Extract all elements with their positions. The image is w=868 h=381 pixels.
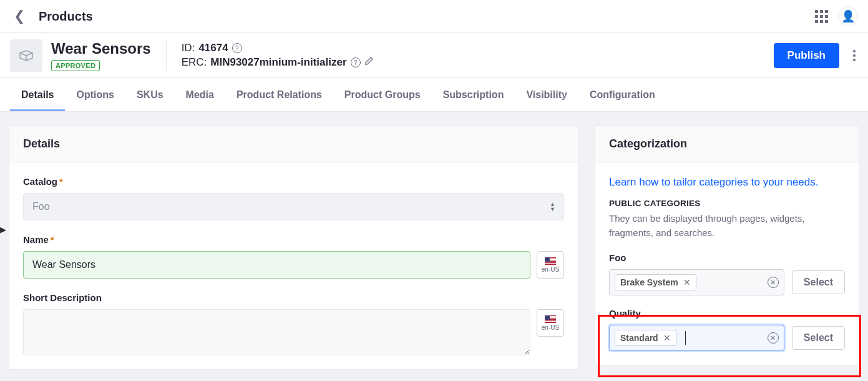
box-icon <box>19 49 34 62</box>
lang-code: en-US <box>542 266 559 273</box>
name-label-text: Name <box>23 234 49 245</box>
id-value: 41674 <box>198 42 228 54</box>
tabs: Details Options SKUs Media Product Relat… <box>0 78 868 112</box>
tab-details[interactable]: Details <box>10 79 65 111</box>
catalog-value: Foo <box>23 193 564 220</box>
details-body: Catalog * Foo ▲▼ Name * en-US <box>9 162 578 369</box>
public-categories-label: PUBLIC CATEGORIES <box>609 199 845 208</box>
tab-visibility[interactable]: Visibility <box>515 79 578 111</box>
catalog-label-text: Catalog <box>23 176 57 187</box>
select-button-quality[interactable]: Select <box>792 326 845 350</box>
tab-skus[interactable]: SKUs <box>125 79 175 111</box>
select-button-foo[interactable]: Select <box>792 270 845 294</box>
avatar[interactable]: 👤 <box>838 6 858 26</box>
vocab-foo-tags[interactable]: Brake System ✕ ✕ <box>609 269 784 295</box>
back-arrow-icon[interactable]: ❮ <box>10 9 29 23</box>
product-name: Wear Sensors <box>51 40 151 57</box>
short-desc-field: Short Description en-US <box>23 292 564 355</box>
chip-standard: Standard ✕ <box>615 330 676 346</box>
vocab-foo-row: Brake System ✕ ✕ Select <box>609 269 845 295</box>
remove-chip-icon[interactable]: ✕ <box>663 333 671 343</box>
tab-product-relations[interactable]: Product Relations <box>225 79 333 111</box>
public-categories-desc: They can be displayed through pages, wid… <box>609 212 845 240</box>
catalog-label: Catalog * <box>23 176 564 187</box>
tab-media[interactable]: Media <box>175 79 225 111</box>
topbar-right: 👤 <box>815 6 858 26</box>
topbar: ❮ Products 👤 <box>0 0 868 33</box>
help-icon[interactable]: ? <box>232 43 242 53</box>
categorization-panel: Categorization Learn how to tailor categ… <box>595 126 859 365</box>
status-badge: APPROVED <box>51 60 100 71</box>
clear-all-icon[interactable]: ✕ <box>768 332 779 344</box>
product-thumbnail <box>10 39 42 72</box>
product-header: Wear Sensors APPROVED ID: 41674 ? ERC: M… <box>0 33 868 78</box>
details-heading: Details <box>9 126 578 162</box>
id-label: ID: <box>182 42 195 54</box>
lang-code: en-US <box>542 324 559 331</box>
chip-label: Brake System <box>620 277 678 287</box>
tab-product-groups[interactable]: Product Groups <box>333 79 432 111</box>
catalog-field: Catalog * Foo ▲▼ <box>23 176 564 220</box>
side-indicator-arrow: ▶ <box>0 225 6 234</box>
categorization-heading: Categorization <box>595 126 859 162</box>
name-field: Name * en-US <box>23 234 564 279</box>
categorization-body: Learn how to tailor categories to your n… <box>595 162 859 365</box>
short-desc-label: Short Description <box>23 292 564 303</box>
text-cursor <box>685 331 686 345</box>
tab-configuration[interactable]: Configuration <box>578 79 666 111</box>
flag-us-icon <box>545 257 556 265</box>
language-selector[interactable]: en-US <box>537 309 564 337</box>
short-desc-textarea[interactable] <box>23 309 530 355</box>
short-desc-row: en-US <box>23 309 564 355</box>
vocab-quality-row: Standard ✕ ✕ Select <box>609 325 845 351</box>
main: Details Catalog * Foo ▲▼ Name * <box>0 112 868 370</box>
details-panel: Details Catalog * Foo ▲▼ Name * <box>9 126 578 370</box>
apps-grid-icon[interactable] <box>815 10 828 23</box>
chevron-updown-icon: ▲▼ <box>550 202 555 212</box>
name-label: Name * <box>23 234 564 245</box>
required-star: * <box>59 176 63 187</box>
catalog-select[interactable]: Foo ▲▼ <box>23 193 564 220</box>
product-id-line: ID: 41674 ? <box>182 42 374 54</box>
name-input-row: en-US <box>23 251 564 279</box>
product-title-block: Wear Sensors APPROVED <box>51 40 167 71</box>
topbar-left: ❮ Products <box>10 9 93 24</box>
product-erc-line: ERC: MIN93027minium-initializer ? <box>182 56 374 69</box>
vocab-quality-tags[interactable]: Standard ✕ ✕ <box>609 325 784 351</box>
erc-label: ERC: <box>182 56 207 69</box>
chip-label: Standard <box>620 333 658 343</box>
page-title: Products <box>39 9 93 24</box>
tab-options[interactable]: Options <box>65 79 125 111</box>
publish-button[interactable]: Publish <box>774 43 839 68</box>
tab-subscription[interactable]: Subscription <box>432 79 515 111</box>
vocab-quality-label: Quality <box>609 308 845 319</box>
chip-brake-system: Brake System ✕ <box>615 274 696 290</box>
clear-all-icon[interactable]: ✕ <box>768 277 779 288</box>
flag-us-icon <box>545 315 556 323</box>
user-icon: 👤 <box>841 9 855 23</box>
required-star: * <box>51 234 54 245</box>
learn-link[interactable]: Learn how to tailor categories to your n… <box>609 176 845 189</box>
edit-icon[interactable] <box>364 56 374 69</box>
product-meta: ID: 41674 ? ERC: MIN93027minium-initiali… <box>182 42 374 69</box>
vocab-foo-label: Foo <box>609 252 845 263</box>
header-actions: Publish <box>774 43 858 68</box>
remove-chip-icon[interactable]: ✕ <box>683 277 691 287</box>
overflow-menu-icon[interactable] <box>851 47 858 64</box>
language-selector[interactable]: en-US <box>537 251 564 279</box>
name-input[interactable] <box>23 251 530 279</box>
erc-value: MIN93027minium-initializer <box>210 56 346 69</box>
help-icon[interactable]: ? <box>351 57 361 67</box>
